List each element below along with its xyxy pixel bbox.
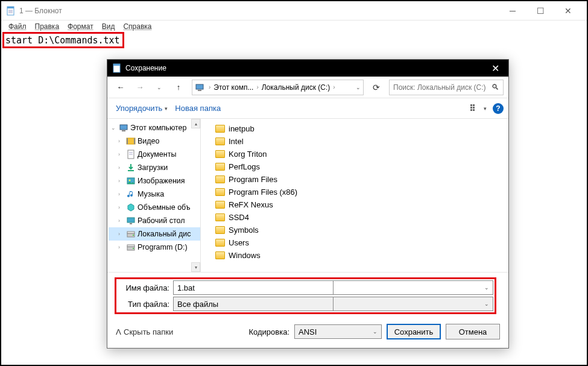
filetype-select-rest[interactable]: ⌄ <box>334 297 493 311</box>
svg-rect-10 <box>473 104 475 106</box>
file-item[interactable]: ReFX Nexus <box>204 198 505 211</box>
chevron-icon[interactable]: › <box>118 244 124 250</box>
svg-rect-6 <box>113 64 120 66</box>
svg-rect-13 <box>470 109 472 111</box>
breadcrumb-segment[interactable]: Этот комп... <box>213 83 253 92</box>
chevron-icon[interactable]: ⌄ <box>111 125 117 131</box>
save-button[interactable]: Сохранить <box>387 324 441 339</box>
file-item[interactable]: SSD4 <box>204 211 505 224</box>
menu-help[interactable]: Справка <box>119 22 155 31</box>
tree-item[interactable]: ⌄Этот компьютер <box>109 121 200 134</box>
tree-item[interactable]: ›Видео <box>109 134 200 148</box>
chevron-down-icon[interactable]: ⌄ <box>484 285 489 291</box>
svg-point-29 <box>133 235 134 236</box>
nav-back-button[interactable]: ← <box>112 80 129 95</box>
video-icon <box>126 136 136 146</box>
search-input[interactable] <box>393 83 492 92</box>
file-item-label: PerfLogs <box>229 162 260 171</box>
pc-icon <box>195 83 204 92</box>
nav-up-button[interactable]: ↑ <box>170 80 187 95</box>
folder-icon <box>215 239 225 247</box>
file-item[interactable]: Users <box>204 236 505 249</box>
breadcrumb-segment[interactable]: Локальный диск (C:) <box>262 83 330 92</box>
hide-folders-toggle[interactable]: ᐱ Скрыть папки <box>116 327 173 336</box>
breadcrumb-dropdown-icon[interactable]: ⌄ <box>356 84 361 90</box>
file-item-label: Windows <box>229 251 261 260</box>
doc-icon <box>126 150 136 159</box>
desk-icon <box>126 216 136 226</box>
folder-icon <box>215 125 225 133</box>
filetype-label: Тип файла: <box>118 300 173 309</box>
nav-forward-button[interactable]: → <box>131 80 148 95</box>
chevron-icon[interactable]: › <box>118 218 124 224</box>
organize-button[interactable]: Упорядочить ▾ <box>112 102 171 115</box>
filename-input-rest[interactable]: ⌄ <box>334 280 493 295</box>
chevron-icon[interactable]: › <box>118 204 124 210</box>
dialog-close-button[interactable]: ✕ <box>487 60 504 77</box>
tree-item[interactable]: ›Рабочий стол <box>109 214 200 227</box>
tree-item-label: Объемные объ <box>138 203 191 212</box>
search-box[interactable]: 🔍︎ <box>389 80 504 95</box>
file-item[interactable]: Korg Triton <box>204 148 505 160</box>
chevron-icon[interactable]: › <box>118 165 124 171</box>
file-item[interactable]: PerfLogs <box>204 160 505 173</box>
tree-item[interactable]: ›Объемные объ <box>109 201 200 214</box>
filename-input[interactable]: 1.bat <box>173 280 334 295</box>
cancel-button[interactable]: Отмена <box>446 324 500 339</box>
chevron-down-icon[interactable]: ⌄ <box>484 301 489 307</box>
svg-rect-17 <box>127 138 135 144</box>
svg-rect-19 <box>134 138 135 144</box>
tree-item-label: Локальный дис <box>138 230 191 238</box>
tree-item[interactable]: ›Музыка <box>109 188 200 201</box>
menu-format[interactable]: Формат <box>64 22 97 31</box>
tree-scroll-down-button[interactable]: ▾ <box>191 262 200 272</box>
maximize-button[interactable]: ☐ <box>526 1 554 21</box>
chevron-icon[interactable]: › <box>118 231 124 237</box>
svg-rect-12 <box>473 107 475 109</box>
tree-item[interactable]: ›Изображения <box>109 174 200 188</box>
dialog-titlebar: Сохранение ✕ <box>107 60 508 77</box>
search-icon[interactable]: 🔍︎ <box>492 83 499 92</box>
tree-item-label: Этот компьютер <box>130 124 186 132</box>
file-item[interactable]: Program Files <box>204 173 505 186</box>
chevron-icon[interactable]: › <box>118 178 124 184</box>
filetype-select[interactable]: Все файлы <box>173 297 334 311</box>
chevron-icon[interactable]: › <box>118 151 124 157</box>
refresh-button[interactable]: ⟳ <box>368 80 384 95</box>
svg-rect-7 <box>196 84 203 89</box>
file-item[interactable]: Intel <box>204 135 505 148</box>
tree-item[interactable]: ›Загрузки <box>109 161 200 174</box>
minimize-button[interactable]: ─ <box>499 1 526 21</box>
file-item[interactable]: inetpub <box>204 122 505 135</box>
notepad-menu-bar: Файл Правка Формат Вид Справка <box>1 21 587 33</box>
tree-item[interactable]: ›Programm (D:) <box>109 241 200 254</box>
svg-rect-8 <box>198 90 201 91</box>
tree-scroll-up-button[interactable]: ▴ <box>191 119 200 128</box>
file-item[interactable]: Program Files (x86) <box>204 186 505 198</box>
new-folder-button[interactable]: Новая папка <box>171 102 224 115</box>
file-item[interactable]: Symbols <box>204 224 505 236</box>
menu-file[interactable]: Файл <box>5 22 30 31</box>
chevron-icon[interactable]: › <box>118 191 124 197</box>
file-item[interactable]: Windows <box>204 249 505 262</box>
nav-recent-button[interactable]: ⌄ <box>151 80 168 95</box>
file-list[interactable]: inetpubIntelKorg TritonPerfLogsProgram F… <box>201 119 508 272</box>
tree-item[interactable]: ›Документы <box>109 148 200 161</box>
menu-view[interactable]: Вид <box>98 22 119 31</box>
folder-tree[interactable]: ▴ ⌄Этот компьютер›Видео›Документы›Загруз… <box>107 119 201 272</box>
notepad-text-area[interactable]: start D:\Commands.txt <box>1 33 587 48</box>
close-button[interactable]: ✕ <box>554 1 582 21</box>
chevron-up-icon: ᐱ <box>116 327 121 336</box>
encoding-select[interactable]: ANSI⌄ <box>294 324 382 339</box>
breadcrumb[interactable]: › Этот комп... › Локальный диск (C:) › ⌄ <box>192 80 364 95</box>
view-mode-button[interactable]: ▾ <box>468 103 489 114</box>
menu-edit[interactable]: Правка <box>31 22 63 31</box>
chevron-right-icon: › <box>207 84 212 90</box>
help-button[interactable]: ? <box>493 103 504 114</box>
svg-rect-31 <box>127 245 134 247</box>
tree-item[interactable]: ›Локальный дис <box>109 227 200 241</box>
chevron-right-icon: › <box>254 84 260 90</box>
chevron-icon[interactable]: › <box>118 138 124 144</box>
folder-icon <box>215 251 225 259</box>
svg-point-32 <box>133 248 134 249</box>
